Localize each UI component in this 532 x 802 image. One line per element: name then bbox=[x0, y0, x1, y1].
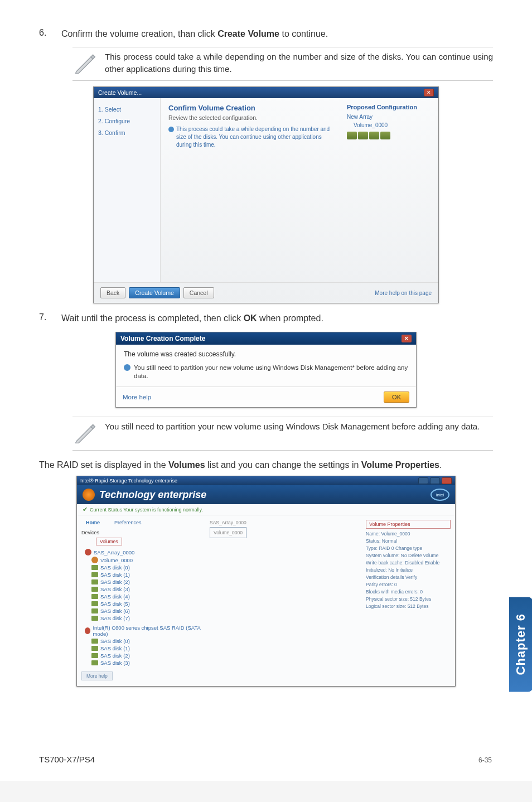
disk-icon bbox=[91, 608, 98, 613]
vp-row: Initialized: No Initialize bbox=[366, 567, 451, 573]
volume-properties-header: Volume Properties bbox=[366, 520, 451, 529]
disk-icon bbox=[91, 587, 98, 592]
disk-label: SAS disk (1) bbox=[100, 645, 130, 651]
para-t2: list and you can change the settings in bbox=[205, 460, 361, 470]
screenshot-volume-complete: Volume Creation Complete ✕ The volume wa… bbox=[39, 332, 493, 408]
tree-disk[interactable]: SAS disk (3) bbox=[91, 586, 201, 592]
tree-volume[interactable]: Volume_0000 bbox=[91, 557, 201, 563]
disk-icon bbox=[91, 646, 98, 651]
step6-text: Confirm the volume creation, than click … bbox=[61, 28, 493, 40]
disk-icon bbox=[91, 653, 98, 658]
dlg1-title-text: Create Volume... bbox=[98, 89, 142, 96]
disk-icon bbox=[91, 639, 98, 644]
tree-disk[interactable]: SAS disk (0) bbox=[91, 564, 201, 571]
note-block-2: You still need to partition your new vol… bbox=[72, 417, 493, 451]
dlg3-left-panel: Home Preferences Devices Volumes SAS_Arr… bbox=[77, 515, 205, 686]
intel-logo-icon: intel bbox=[431, 489, 449, 501]
wizard-step-confirm: 3. Confirm bbox=[98, 127, 156, 139]
dlg1-info: This process could take a while dependin… bbox=[168, 125, 330, 149]
step7-text: Wait until the process is completed, the… bbox=[61, 312, 493, 325]
create-volume-dialog: Create Volume... ✕ 1. Select 2. Configur… bbox=[93, 86, 439, 303]
minimize-icon[interactable] bbox=[418, 477, 428, 484]
step6-number: 6. bbox=[39, 28, 61, 38]
tree-disk[interactable]: SAS disk (1) bbox=[91, 572, 201, 578]
vp-row: Type: RAID 0 Change type bbox=[366, 545, 451, 552]
disk-label: SAS disk (2) bbox=[100, 653, 130, 659]
wizard-step-configure: 2. Configure bbox=[98, 115, 156, 127]
logo-icon bbox=[83, 489, 95, 501]
dlg1-proposed-panel: Proposed Configuration New Array Volume_… bbox=[347, 104, 431, 139]
step7-button-name: OK bbox=[244, 313, 257, 323]
para-b2: Volume Properties bbox=[361, 460, 439, 470]
tab-home[interactable]: Home bbox=[81, 519, 104, 526]
create-volume-button[interactable]: Create Volume bbox=[129, 287, 180, 298]
disk-label: SAS disk (1) bbox=[100, 572, 130, 578]
chapter-tab: Chapter 6 bbox=[509, 597, 532, 692]
array-icon bbox=[85, 549, 91, 555]
vp-row: Blocks with media errors: 0 bbox=[366, 589, 451, 595]
dlg1-footer: Back Create Volume Cancel More help on t… bbox=[94, 282, 438, 303]
vp-row: Logical sector size: 512 Bytes bbox=[366, 603, 451, 610]
tree-disk[interactable]: SAS disk (4) bbox=[91, 593, 201, 600]
disk-icon bbox=[91, 594, 98, 599]
dlg2-msg1: The volume was created successfully. bbox=[124, 350, 408, 358]
new-array-label: New Array bbox=[347, 114, 431, 120]
step-6: 6. Confirm the volume creation, than cli… bbox=[39, 28, 493, 40]
center-array-row: SAS_Array_0000 bbox=[210, 520, 357, 525]
dlg3-banner: Technology enterprise intel bbox=[77, 485, 455, 504]
rst-window: Intel® Rapid Storage Technology enterpri… bbox=[76, 476, 456, 687]
disk-icon bbox=[91, 572, 98, 577]
tree-array[interactable]: SAS_Array_0000 bbox=[85, 549, 201, 555]
more-help-link[interactable]: More help bbox=[123, 394, 151, 400]
close-icon[interactable]: ✕ bbox=[424, 89, 434, 96]
vp-row: Verification details Verify bbox=[366, 574, 451, 581]
disk-label: SAS disk (6) bbox=[100, 608, 130, 614]
more-help-button[interactable]: More help bbox=[81, 671, 113, 680]
note1-text: This process could take a while dependin… bbox=[105, 51, 493, 75]
back-button[interactable]: Back bbox=[100, 287, 125, 298]
disk-label: SAS disk (7) bbox=[100, 615, 130, 621]
tree-disk[interactable]: SAS disk (7) bbox=[91, 615, 201, 621]
volume-0000-label: Volume_0000 bbox=[347, 122, 431, 128]
disk-label: SAS disk (0) bbox=[100, 564, 130, 571]
window-buttons bbox=[418, 477, 452, 484]
controller-icon bbox=[85, 627, 90, 634]
dlg2-footer: More help OK bbox=[116, 386, 416, 407]
tree-disk[interactable]: SAS disk (1) bbox=[91, 645, 201, 651]
close-icon[interactable]: ✕ bbox=[402, 335, 412, 342]
ok-button[interactable]: OK bbox=[384, 392, 409, 403]
para-t3: . bbox=[439, 460, 442, 470]
step6-text-before: Confirm the volume creation, than click bbox=[61, 29, 217, 38]
disk-icon bbox=[91, 660, 98, 665]
wizard-step-select: 1. Select bbox=[98, 104, 156, 115]
dlg3-center-panel: SAS_Array_0000 Volume_0000 bbox=[205, 515, 361, 686]
page-footer: TS700-X7/PS4 6-35 bbox=[39, 755, 492, 764]
para-b1: Volumes bbox=[168, 460, 205, 470]
maximize-icon[interactable] bbox=[430, 477, 440, 484]
more-help-link[interactable]: More help on this page bbox=[375, 290, 432, 296]
pencil-icon bbox=[72, 421, 97, 447]
disk-icon bbox=[91, 616, 98, 621]
vp-row: Name: Volume_0000 bbox=[366, 531, 451, 537]
dlg2-msg2: You still need to partition your new vol… bbox=[124, 364, 408, 381]
tab-preferences[interactable]: Preferences bbox=[110, 519, 146, 526]
tree-disk[interactable]: SAS disk (2) bbox=[91, 579, 201, 585]
disk-icon bbox=[91, 565, 98, 570]
volume-complete-dialog: Volume Creation Complete ✕ The volume wa… bbox=[115, 332, 417, 408]
dlg2-body: The volume was created successfully. You… bbox=[116, 345, 416, 386]
tree-disk[interactable]: SAS disk (5) bbox=[91, 601, 201, 607]
tree-disk[interactable]: SAS disk (0) bbox=[91, 638, 201, 644]
rst-logo: Technology enterprise bbox=[83, 489, 206, 501]
tree-disk[interactable]: SAS disk (6) bbox=[91, 608, 201, 614]
dlg3-title-text: Intel® Rapid Storage Technology enterpri… bbox=[80, 478, 177, 484]
controller-label: Intel(R) C600 series chipset SAS RAID (S… bbox=[93, 625, 201, 637]
tree-disk[interactable]: SAS disk (2) bbox=[91, 653, 201, 659]
close-icon[interactable] bbox=[442, 477, 452, 484]
tree-controller[interactable]: Intel(R) C600 series chipset SAS RAID (S… bbox=[85, 625, 201, 637]
tree-disk[interactable]: SAS disk (3) bbox=[91, 660, 201, 666]
proposed-config-label: Proposed Configuration bbox=[347, 104, 431, 110]
step6-text-after: to continue. bbox=[279, 29, 328, 38]
cancel-button[interactable]: Cancel bbox=[183, 287, 214, 298]
disk-icon bbox=[380, 132, 390, 139]
dlg3-titlebar: Intel® Rapid Storage Technology enterpri… bbox=[77, 476, 455, 485]
